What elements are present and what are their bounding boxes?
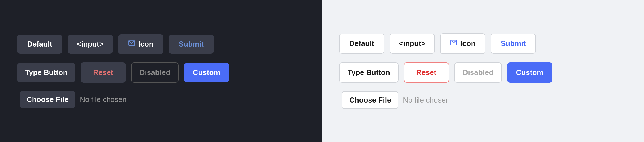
light-submit-button[interactable]: Submit — [491, 34, 536, 54]
light-custom-button[interactable]: Custom — [507, 62, 552, 83]
light-row-2: Type Button Reset Disabled Custom — [339, 62, 552, 83]
dark-type-button[interactable]: Type Button — [17, 63, 75, 82]
dark-panel: Default <input> Icon Submit Type Button … — [0, 0, 322, 142]
light-icon-label: Icon — [460, 39, 475, 48]
dark-file-row: Choose File No file chosen — [17, 91, 127, 108]
light-no-file-label: No file chosen — [403, 96, 450, 105]
dark-default-button[interactable]: Default — [17, 35, 62, 54]
dark-row-2: Type Button Reset Disabled Custom — [17, 62, 229, 83]
light-icon-button[interactable]: Icon — [440, 33, 485, 54]
dark-custom-button[interactable]: Custom — [184, 63, 229, 82]
light-row-1: Default <input> Icon Submit — [339, 33, 536, 54]
light-input-button[interactable]: <input> — [390, 34, 435, 54]
envelope-icon — [450, 39, 457, 48]
dark-icon-label: Icon — [138, 40, 153, 49]
envelope-icon — [128, 39, 135, 49]
dark-disabled-button: Disabled — [131, 62, 179, 83]
light-panel: Default <input> Icon Submit Type Button … — [322, 0, 644, 142]
dark-submit-button[interactable]: Submit — [169, 35, 214, 54]
dark-row-1: Default <input> Icon Submit — [17, 34, 214, 54]
dark-choose-file-button[interactable]: Choose File — [20, 91, 75, 108]
light-type-button[interactable]: Type Button — [339, 62, 399, 83]
dark-icon-button[interactable]: Icon — [118, 34, 163, 54]
dark-reset-button[interactable]: Reset — [81, 62, 126, 83]
light-reset-button[interactable]: Reset — [404, 62, 449, 83]
light-disabled-button: Disabled — [454, 62, 502, 83]
light-file-row: Choose File No file chosen — [339, 91, 450, 109]
dark-input-button[interactable]: <input> — [68, 35, 113, 54]
light-choose-file-button[interactable]: Choose File — [342, 91, 398, 109]
dark-no-file-label: No file chosen — [80, 95, 127, 104]
light-default-button[interactable]: Default — [339, 34, 384, 54]
